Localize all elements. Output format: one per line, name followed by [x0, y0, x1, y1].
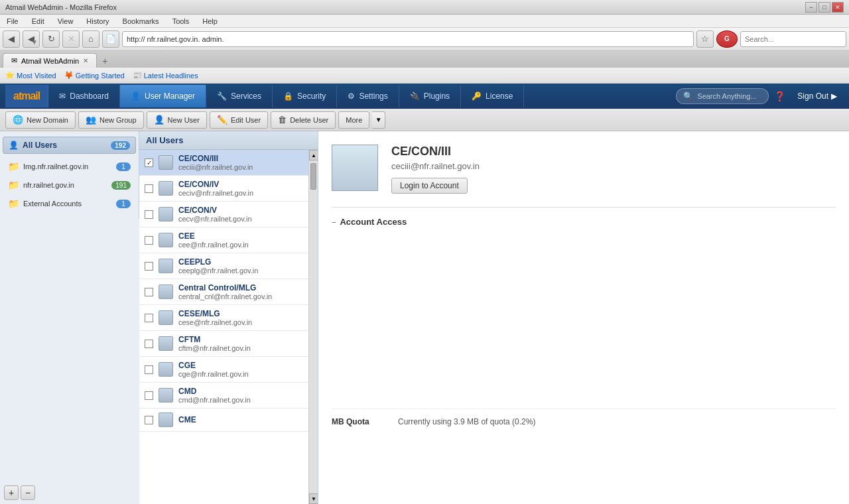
tab-close-button[interactable]: ✕	[83, 57, 88, 64]
user-checkbox-1[interactable]	[145, 158, 153, 167]
maximize-button[interactable]: □	[818, 2, 830, 13]
new-user-label: New User	[168, 116, 200, 124]
menu-file[interactable]: File	[3, 16, 23, 27]
user-checkbox-4[interactable]	[145, 236, 153, 245]
user-list-item-2[interactable]: CE/CON/IV ceciv@nfr.railnet.gov.in	[139, 176, 308, 202]
user-list-scroll[interactable]: CE/CON/III ceciii@nfr.railnet.gov.in CE/…	[139, 150, 308, 504]
user-checkbox-9[interactable]	[145, 365, 153, 374]
bookmark-star[interactable]: ☆	[696, 31, 714, 48]
nav-tab-user-manager[interactable]: 👤 User Manager	[120, 85, 206, 107]
app-search-box[interactable]: 🔍 Search Anything...	[676, 88, 769, 104]
new-tab-button[interactable]: +	[98, 54, 111, 68]
user-list-item-7[interactable]: CESE/MLG cese@nfr.railnet.gov.in	[139, 305, 308, 331]
home-button[interactable]: ⌂	[82, 31, 99, 48]
edit-user-button[interactable]: ✏️ Edit User	[210, 111, 268, 129]
user-list-item-10[interactable]: CMD cmd@nfr.railnet.gov.in	[139, 383, 308, 409]
user-list-item-6[interactable]: Central Control/MLG central_cnl@nfr.rail…	[139, 279, 308, 305]
user-email-9: cge@nfr.railnet.gov.in	[178, 370, 303, 378]
more-button[interactable]: More	[338, 111, 369, 129]
menu-tools[interactable]: Tools	[168, 16, 194, 27]
close-button[interactable]: ✕	[832, 2, 844, 13]
minimize-button[interactable]: −	[805, 2, 817, 13]
bookmark-latest-headlines[interactable]: 📰 Latest Headlines	[133, 71, 198, 80]
stop-button[interactable]: ✕	[62, 31, 80, 48]
quota-label: MB Quota	[332, 417, 385, 426]
toolbar: 🌐 New Domain 👥 New Group 👤 New User ✏️ E…	[0, 109, 849, 131]
user-list-item-1[interactable]: CE/CON/III ceciii@nfr.railnet.gov.in	[139, 150, 308, 176]
user-list-item-9[interactable]: CGE cge@nfr.railnet.gov.in	[139, 357, 308, 383]
user-list-item-11[interactable]: CME	[139, 409, 308, 432]
user-detail-header: CE/CON/III ceciii@nfr.railnet.gov.in Log…	[332, 145, 836, 194]
user-name-3: CE/CON/V	[178, 206, 303, 215]
scrollbar-track[interactable]: ▲ ▼	[308, 150, 318, 504]
user-email-2: ceciv@nfr.railnet.gov.in	[178, 189, 303, 197]
bookmark-button[interactable]: 📄	[102, 31, 119, 48]
nav-tab-security[interactable]: 🔒 Security	[273, 85, 337, 107]
user-list-item-5[interactable]: CEEPLG ceeplg@nfr.railnet.gov.in	[139, 253, 308, 279]
user-email-4: cee@nfr.railnet.gov.in	[178, 241, 303, 249]
sidebar-item-img-nfr[interactable]: 📁 Img.nfr.railnet.gov.in 1	[3, 158, 136, 175]
bookmark-getting-started[interactable]: 🦊 Getting Started	[64, 71, 125, 80]
back-button[interactable]: ◀	[3, 31, 20, 48]
login-btn-label: Login to Account	[400, 181, 459, 190]
new-domain-icon: 🌐	[13, 115, 23, 125]
main-content: 👤 All Users 192 📁 Img.nfr.railnet.gov.in…	[0, 131, 849, 504]
active-tab[interactable]: ✉ Atmail WebAdmin ✕	[3, 53, 97, 68]
nav-tab-services[interactable]: 🔧 Services	[206, 85, 273, 107]
user-checkbox-5[interactable]	[145, 262, 153, 271]
new-group-button[interactable]: 👥 New Group	[78, 111, 144, 129]
reload-button[interactable]: ↻	[42, 31, 60, 48]
nav-tab-settings[interactable]: ⚙ Settings	[337, 85, 399, 107]
menu-help[interactable]: Help	[198, 16, 222, 27]
remove-domain-button[interactable]: −	[21, 485, 35, 500]
bookmark-most-visited[interactable]: ⭐ Most Visited	[5, 71, 56, 80]
user-email-1: ceciii@nfr.railnet.gov.in	[178, 163, 303, 171]
nav-tab-plugins-label: Plugins	[424, 92, 450, 101]
scroll-up-button[interactable]: ▲	[309, 150, 318, 160]
delete-user-button[interactable]: 🗑 Delete User	[271, 111, 336, 129]
login-to-account-button[interactable]: Login to Account	[391, 178, 468, 194]
account-access-toggle[interactable]: − Account Access	[332, 214, 836, 229]
nav-tab-dashboard[interactable]: ✉ Dashboard	[48, 85, 120, 107]
nav-tab-security-label: Security	[297, 92, 326, 101]
help-button[interactable]: ❓	[769, 91, 791, 101]
sidebar-item-external[interactable]: 📁 External Accounts 1	[3, 195, 136, 212]
nav-tab-user-manager-label: User Manager	[145, 92, 195, 101]
user-checkbox-3[interactable]	[145, 210, 153, 219]
nav-tab-license[interactable]: 🔑 License	[461, 85, 524, 107]
browser-search-input[interactable]	[740, 31, 846, 47]
menu-bookmarks[interactable]: Bookmarks	[119, 16, 163, 27]
folder-icon-1: 📁	[8, 161, 19, 172]
scroll-down-button[interactable]: ▼	[309, 493, 318, 504]
user-checkbox-10[interactable]	[145, 391, 153, 400]
search-engine-icon[interactable]: G	[716, 31, 738, 48]
address-bar[interactable]: http:// nfr.railnet.gov.in. admin.	[122, 31, 694, 47]
user-avatar-large	[332, 145, 378, 191]
menu-history[interactable]: History	[82, 16, 113, 27]
account-access-title: Account Access	[340, 217, 407, 227]
sign-out-button[interactable]: Sign Out ▶	[791, 89, 844, 103]
scroll-thumb[interactable]	[310, 163, 316, 190]
user-checkbox-6[interactable]	[145, 288, 153, 296]
plugins-icon: 🔌	[410, 92, 420, 101]
menu-view[interactable]: View	[54, 16, 78, 27]
more-dropdown-arrow[interactable]: ▼	[372, 111, 385, 129]
user-list-item-8[interactable]: CFTM cftm@nfr.railnet.gov.in	[139, 331, 308, 357]
new-user-button[interactable]: 👤 New User	[147, 111, 207, 129]
sidebar-item-nfr[interactable]: 📁 nfr.railnet.gov.in 191	[3, 176, 136, 194]
user-checkbox-8[interactable]	[145, 340, 153, 348]
user-list-item-3[interactable]: CE/CON/V cecv@nfr.railnet.gov.in	[139, 202, 308, 227]
add-domain-button[interactable]: +	[4, 485, 19, 500]
user-email-7: cese@nfr.railnet.gov.in	[178, 318, 303, 326]
user-checkbox-2[interactable]	[145, 184, 153, 193]
nav-tab-plugins[interactable]: 🔌 Plugins	[399, 85, 461, 107]
quota-row: MB Quota Currently using 3.9 MB of quota…	[332, 417, 836, 426]
menu-edit[interactable]: Edit	[28, 16, 48, 27]
nav-tab-settings-label: Settings	[359, 92, 387, 101]
user-checkbox-7[interactable]	[145, 314, 153, 322]
user-list-item-4[interactable]: CEE cee@nfr.railnet.gov.in	[139, 227, 308, 253]
user-avatar-sm-3	[159, 207, 173, 221]
user-checkbox-11[interactable]	[145, 416, 153, 424]
new-domain-button[interactable]: 🌐 New Domain	[5, 111, 76, 129]
forward-button[interactable]: ▼◀	[23, 31, 40, 48]
